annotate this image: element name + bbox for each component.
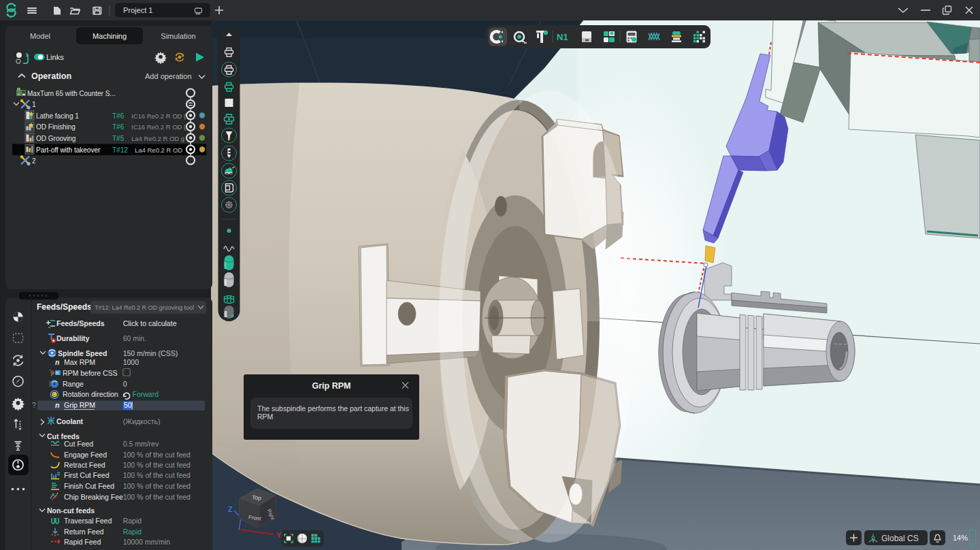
- svg-text:50: 50: [124, 401, 132, 409]
- svg-text:100 % of the cut feed: 100 % of the cut feed: [123, 471, 191, 479]
- svg-text:Spindle Speed: Spindle Speed: [58, 349, 107, 357]
- svg-text:RPM: RPM: [257, 413, 273, 421]
- svg-text:n: n: [55, 358, 59, 366]
- svg-text:(Жидкость): (Жидкость): [123, 417, 161, 425]
- svg-text:IC16 Re0.2 R OD (: IC16 Re0.2 R OD (: [131, 112, 186, 120]
- svg-text:Feeds/Speeds: Feeds/Speeds: [37, 302, 92, 312]
- svg-text:Grip RPM: Grip RPM: [64, 401, 95, 409]
- svg-text:N1: N1: [557, 32, 568, 42]
- svg-text:OD Grooving: OD Grooving: [36, 135, 76, 142]
- svg-text:1000: 1000: [123, 358, 140, 366]
- svg-text:T#5: T#5: [112, 135, 125, 142]
- svg-text:The subspindle performs the pa: The subspindle performs the part capture…: [257, 404, 409, 413]
- svg-text:2: 2: [32, 157, 36, 165]
- svg-text:60 min.: 60 min.: [123, 334, 146, 342]
- svg-text:OD Finishing: OD Finishing: [36, 123, 76, 131]
- svg-text:0: 0: [123, 380, 127, 388]
- svg-text:RPM before CSS: RPM before CSS: [63, 369, 118, 377]
- svg-text:Engage Feed: Engage Feed: [64, 451, 107, 459]
- svg-text:?: ?: [32, 401, 36, 409]
- svg-text:Return Feed: Return Feed: [64, 528, 104, 536]
- svg-text:Range: Range: [63, 380, 84, 388]
- svg-text:Links: Links: [46, 53, 64, 61]
- svg-text:Rotation direction: Rotation direction: [63, 390, 118, 398]
- svg-text:100 % of the cut feed: 100 % of the cut feed: [123, 482, 191, 490]
- svg-text:T#6: T#6: [112, 123, 125, 131]
- svg-text:Global CS: Global CS: [881, 534, 919, 543]
- svg-text:0.5 mm/rev: 0.5 mm/rev: [123, 440, 159, 448]
- svg-text:Add operation: Add operation: [145, 72, 192, 80]
- svg-text:Click to calculate: Click to calculate: [123, 319, 177, 327]
- svg-text:Max RPM: Max RPM: [64, 358, 95, 366]
- svg-text:150 m/min (CSS): 150 m/min (CSS): [123, 349, 178, 357]
- svg-text:100 % of the cut feed: 100 % of the cut feed: [123, 493, 191, 501]
- svg-text:Cut Feed: Cut Feed: [64, 440, 93, 448]
- svg-text:Simulation: Simulation: [161, 32, 195, 40]
- svg-text:Coolant: Coolant: [56, 417, 84, 425]
- svg-text:T#12: T#12: [112, 146, 128, 154]
- svg-text:Y: Y: [276, 531, 282, 539]
- svg-text:Part-off with takeover: Part-off with takeover: [36, 146, 101, 154]
- svg-text:La4 Re0.2 R OD g: La4 Re0.2 R OD g: [131, 135, 184, 142]
- svg-text:Cut feeds: Cut feeds: [47, 432, 80, 440]
- svg-text:La4 Re0.2 R OD: La4 Re0.2 R OD: [135, 146, 182, 154]
- svg-text:n: n: [56, 370, 59, 375]
- svg-text:Operation: Operation: [31, 71, 71, 81]
- svg-text:T#12: La4 Re0.2 R OD grooving: T#12: La4 Re0.2 R OD grooving tool: [95, 304, 194, 311]
- svg-text:Chip Breaking Fee: Chip Breaking Fee: [64, 493, 123, 501]
- svg-text:Retract Feed: Retract Feed: [64, 461, 105, 469]
- svg-text:Rapid: Rapid: [123, 517, 142, 525]
- svg-text:Traversal Feed: Traversal Feed: [64, 517, 112, 525]
- svg-text:14%: 14%: [953, 534, 968, 542]
- svg-text:MaxTurn 65 with Counter S...: MaxTurn 65 with Counter S...: [27, 90, 116, 97]
- svg-text:n: n: [55, 401, 59, 409]
- svg-text:Model: Model: [30, 32, 50, 40]
- svg-text:Grip RPM: Grip RPM: [312, 381, 351, 391]
- svg-text:Top: Top: [252, 494, 262, 502]
- svg-text:Durability: Durability: [56, 334, 90, 342]
- svg-text:100 % of the cut feed: 100 % of the cut feed: [123, 461, 191, 469]
- svg-text:‹: ‹: [120, 495, 122, 501]
- svg-text:100 % of the cut feed: 100 % of the cut feed: [123, 451, 191, 459]
- svg-text:Project 1: Project 1: [123, 6, 152, 14]
- svg-text:1: 1: [32, 100, 36, 108]
- svg-text:Feeds/Speeds: Feeds/Speeds: [56, 319, 105, 327]
- svg-text:Machining: Machining: [93, 32, 127, 40]
- svg-text:10000 mm/min: 10000 mm/min: [123, 538, 171, 546]
- svg-text:Rapid: Rapid: [123, 528, 142, 536]
- svg-text:Lathe facing 1: Lathe facing 1: [36, 112, 79, 120]
- svg-text:Finish Cut Feed: Finish Cut Feed: [64, 482, 114, 490]
- svg-text:Z: Z: [228, 505, 233, 513]
- svg-text:Non-cut feeds: Non-cut feeds: [47, 506, 95, 515]
- svg-text:IC16 Re0.2 R OD (: IC16 Re0.2 R OD (: [131, 123, 186, 131]
- svg-text:T#6: T#6: [112, 112, 125, 120]
- svg-text:Rapid Feed: Rapid Feed: [64, 538, 101, 546]
- svg-text:Forward: Forward: [133, 390, 159, 398]
- svg-text:First Cut Feed: First Cut Feed: [64, 471, 110, 479]
